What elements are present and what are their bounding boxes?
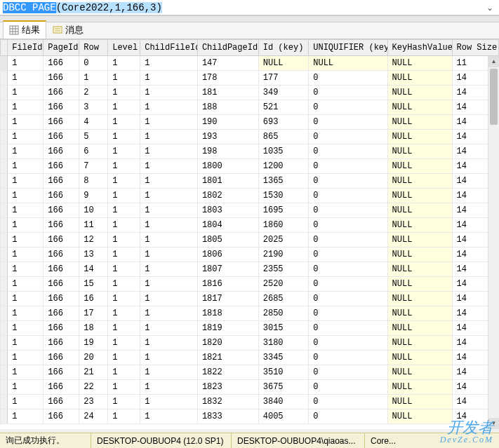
- table-row[interactable]: 11662411183340050NULL14: [1, 409, 499, 424]
- cell[interactable]: 188: [197, 100, 258, 115]
- column-header[interactable]: ChildFileId: [140, 40, 198, 56]
- cell[interactable]: 3180: [258, 336, 309, 351]
- cell[interactable]: 166: [44, 130, 79, 144]
- cell[interactable]: NULL: [387, 189, 452, 203]
- cell[interactable]: 1: [8, 262, 44, 277]
- cell[interactable]: 178: [197, 71, 258, 86]
- cell[interactable]: 166: [44, 351, 79, 365]
- cell[interactable]: NULL: [387, 262, 452, 277]
- cell[interactable]: 0: [309, 262, 387, 277]
- row-header[interactable]: [1, 262, 8, 277]
- table-row[interactable]: 116661119810350NULL14: [1, 144, 499, 159]
- cell[interactable]: 1: [8, 130, 44, 144]
- cell[interactable]: 1: [8, 115, 44, 130]
- cell[interactable]: 2190: [258, 247, 309, 262]
- cell[interactable]: 1: [8, 100, 44, 115]
- row-header[interactable]: [1, 71, 8, 86]
- cell[interactable]: 1: [140, 56, 198, 71]
- cell[interactable]: 0: [79, 56, 108, 71]
- cell[interactable]: 0: [309, 321, 387, 336]
- cell[interactable]: 1821: [197, 351, 258, 365]
- cell[interactable]: 1: [8, 247, 44, 262]
- table-row[interactable]: 11663111885210NULL14: [1, 100, 499, 115]
- cell[interactable]: 1: [108, 292, 140, 306]
- cell[interactable]: 0: [309, 365, 387, 380]
- cell[interactable]: 1805: [197, 233, 258, 247]
- row-header[interactable]: [1, 56, 8, 71]
- cell[interactable]: 0: [309, 233, 387, 247]
- cell[interactable]: 1: [108, 321, 140, 336]
- cell[interactable]: 1: [79, 71, 108, 86]
- cell[interactable]: 1: [108, 71, 140, 86]
- cell[interactable]: 1: [108, 203, 140, 218]
- cell[interactable]: 1: [108, 233, 140, 247]
- table-row[interactable]: 11661411180723550NULL14: [1, 262, 499, 277]
- cell[interactable]: 1: [108, 174, 140, 189]
- cell[interactable]: 1: [108, 409, 140, 424]
- cell[interactable]: 1: [140, 203, 198, 218]
- cell[interactable]: 3510: [258, 365, 309, 380]
- row-header[interactable]: [1, 130, 8, 144]
- cell[interactable]: 166: [44, 56, 79, 71]
- cell[interactable]: 23: [79, 395, 108, 409]
- cell[interactable]: 166: [44, 144, 79, 159]
- cell[interactable]: 166: [44, 247, 79, 262]
- table-row[interactable]: 11665111938650NULL14: [1, 130, 499, 144]
- cell[interactable]: 1: [140, 144, 198, 159]
- cell[interactable]: NULL: [387, 56, 452, 71]
- scroll-thumb[interactable]: [490, 69, 498, 125]
- cell[interactable]: 4005: [258, 409, 309, 424]
- cell[interactable]: NULL: [387, 203, 452, 218]
- cell[interactable]: 1: [140, 159, 198, 174]
- cell[interactable]: 3: [79, 100, 108, 115]
- cell[interactable]: 1: [8, 144, 44, 159]
- cell[interactable]: 0: [309, 218, 387, 233]
- cell[interactable]: 0: [309, 144, 387, 159]
- cell[interactable]: 1: [8, 365, 44, 380]
- cell[interactable]: 166: [44, 233, 79, 247]
- cell[interactable]: 0: [309, 306, 387, 321]
- row-header[interactable]: [1, 395, 8, 409]
- scroll-down-icon[interactable]: ▼: [488, 418, 499, 429]
- cell[interactable]: 1: [8, 395, 44, 409]
- row-header[interactable]: [1, 159, 8, 174]
- tab-results[interactable]: 结果: [3, 20, 46, 39]
- cell[interactable]: 3345: [258, 351, 309, 365]
- row-header[interactable]: [1, 115, 8, 130]
- cell[interactable]: NULL: [387, 395, 452, 409]
- cell[interactable]: 1: [140, 71, 198, 86]
- cell[interactable]: 1: [8, 71, 44, 86]
- cell[interactable]: 1: [108, 380, 140, 395]
- table-row[interactable]: 11661711181828500NULL14: [1, 306, 499, 321]
- cell[interactable]: 1: [140, 351, 198, 365]
- cell[interactable]: 1: [8, 306, 44, 321]
- cell[interactable]: 0: [309, 203, 387, 218]
- cell[interactable]: 181: [197, 86, 258, 100]
- cell[interactable]: 1: [108, 144, 140, 159]
- cell[interactable]: 1: [140, 395, 198, 409]
- cell[interactable]: NULL: [387, 380, 452, 395]
- cell[interactable]: 0: [309, 277, 387, 292]
- cell[interactable]: 19: [79, 336, 108, 351]
- cell[interactable]: 198: [197, 144, 258, 159]
- cell[interactable]: 1818: [197, 306, 258, 321]
- cell[interactable]: 147: [197, 56, 258, 71]
- column-header[interactable]: FileId: [8, 40, 44, 56]
- row-header[interactable]: [1, 351, 8, 365]
- cell[interactable]: 10: [79, 203, 108, 218]
- row-header[interactable]: [1, 321, 8, 336]
- cell[interactable]: 1: [108, 395, 140, 409]
- scrollbar-vertical[interactable]: ▲ ▼: [488, 56, 499, 429]
- cell[interactable]: 166: [44, 277, 79, 292]
- cell[interactable]: 1: [108, 351, 140, 365]
- cell[interactable]: 11: [79, 218, 108, 233]
- command-text[interactable]: DBCC PAGE(Core2022,1,166,3): [3, 2, 162, 13]
- cell[interactable]: 1: [140, 189, 198, 203]
- row-header[interactable]: [1, 144, 8, 159]
- cell[interactable]: 1: [108, 247, 140, 262]
- cell[interactable]: 1: [108, 336, 140, 351]
- cell[interactable]: NULL: [387, 159, 452, 174]
- cell[interactable]: 4: [79, 115, 108, 130]
- cell[interactable]: 2: [79, 86, 108, 100]
- cell[interactable]: 2685: [258, 292, 309, 306]
